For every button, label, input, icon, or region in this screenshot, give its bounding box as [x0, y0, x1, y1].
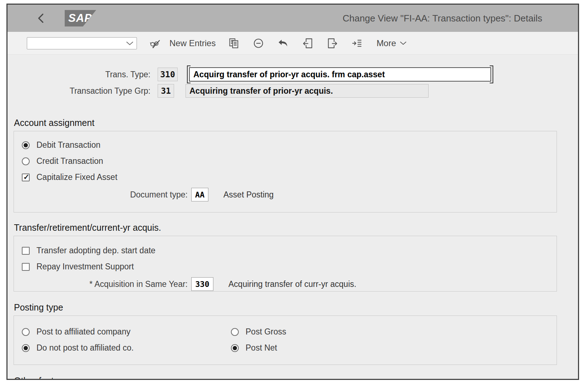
document-type-label: Document type:	[14, 190, 191, 200]
transfer-adopt-dep-option: Transfer adopting dep. start date	[14, 243, 557, 259]
minus-circle-icon	[253, 38, 264, 49]
capitalize-fixed-asset-label: Capitalize Fixed Asset	[36, 172, 117, 182]
chevron-down-icon[interactable]	[126, 41, 134, 46]
post-gross-label: Post Gross	[246, 327, 286, 337]
post-net-radio[interactable]	[231, 344, 239, 352]
debit-transaction-label: Debit Transaction	[36, 140, 100, 150]
posting-type-title: Posting type	[14, 302, 578, 313]
trans-type-row: Trans. Type: 310	[14, 66, 578, 83]
chevron-left-icon	[36, 12, 47, 24]
do-not-post-affiliated-label: Do not post to affiliated co.	[36, 343, 134, 353]
posting-type-row-1: Post to affiliated company Post Gross	[14, 324, 557, 340]
toolbar: New Entries	[8, 32, 578, 55]
credit-transaction-label: Credit Transaction	[36, 156, 103, 166]
post-net-option: Post Net	[231, 343, 277, 353]
trans-type-grp-code: 31	[158, 84, 174, 98]
choose-button[interactable]	[351, 37, 364, 50]
detail-form: Trans. Type: 310 Transaction Type Grp: 3…	[8, 55, 578, 380]
document-arrow-left-icon	[302, 38, 313, 49]
document-type-input[interactable]	[191, 188, 208, 201]
posting-type-box: Post to affiliated company Post Gross Do…	[14, 316, 557, 365]
transfer-section-box: Transfer adopting dep. start date Repay …	[14, 236, 557, 292]
account-assignment-title: Account assignment	[14, 118, 578, 128]
post-gross-option: Post Gross	[231, 327, 286, 337]
page-title: Change View "FI-AA: Transaction types": …	[343, 13, 542, 24]
acquisition-same-year-input[interactable]	[191, 277, 213, 291]
trans-type-grp-description: Acquiring transfer of prior-yr acquis.	[186, 84, 429, 98]
command-input[interactable]	[30, 38, 126, 49]
command-combobox[interactable]	[27, 37, 137, 49]
trans-type-grp-label: Transaction Type Grp:	[14, 86, 155, 96]
document-arrow-right-icon	[327, 38, 338, 49]
more-button-label: More	[376, 38, 396, 48]
transfer-section-title: Transfer/retirement/current-yr acquis.	[14, 223, 578, 233]
trans-type-code: 310	[158, 68, 178, 81]
glasses-pencil-icon	[149, 38, 161, 49]
sap-logo-text: SAP	[68, 12, 92, 25]
post-affiliated-option: Post to affiliated company	[22, 327, 231, 337]
titlebar: SAP Change View "FI-AA: Transaction type…	[8, 5, 578, 32]
chevron-down-icon	[400, 41, 407, 45]
trans-type-description-input[interactable]	[189, 67, 491, 82]
debit-transaction-option: Debit Transaction	[14, 137, 557, 153]
previous-entry-button[interactable]	[301, 37, 314, 50]
display-change-button[interactable]	[149, 37, 162, 50]
more-button[interactable]: More	[376, 38, 407, 48]
trans-type-label: Trans. Type:	[14, 70, 155, 79]
trans-type-description-focus-frame	[189, 67, 491, 82]
sap-logo: SAP	[65, 10, 96, 26]
do-not-post-affiliated-radio[interactable]	[22, 344, 30, 352]
post-net-label: Post Net	[246, 343, 277, 353]
credit-transaction-radio[interactable]	[22, 157, 30, 165]
transfer-adopt-dep-checkbox[interactable]	[22, 247, 30, 255]
repay-investment-label: Repay Investment Support	[36, 262, 134, 272]
capitalize-fixed-asset-checkbox[interactable]	[22, 174, 30, 181]
acquisition-same-year-label: * Acquisition in Same Year:	[14, 279, 191, 289]
copy-button[interactable]	[227, 37, 240, 50]
arrow-to-list-icon	[351, 38, 363, 49]
undo-button[interactable]	[277, 37, 290, 50]
copy-documents-icon	[228, 38, 239, 49]
new-entries-button[interactable]: New Entries	[169, 38, 216, 48]
back-button[interactable]	[35, 12, 48, 25]
credit-transaction-option: Credit Transaction	[14, 153, 557, 169]
transfer-adopt-dep-label: Transfer adopting dep. start date	[36, 246, 155, 255]
acquisition-same-year-row: * Acquisition in Same Year: Acquiring tr…	[14, 275, 557, 293]
post-affiliated-radio[interactable]	[22, 328, 30, 336]
document-type-row: Document type: Asset Posting	[14, 185, 557, 204]
post-affiliated-label: Post to affiliated company	[36, 327, 130, 337]
acquisition-same-year-description: Acquiring transfer of curr-yr acquis.	[228, 279, 356, 289]
repay-investment-option: Repay Investment Support	[14, 259, 557, 275]
delete-button[interactable]	[252, 37, 265, 50]
post-gross-radio[interactable]	[231, 328, 239, 336]
posting-type-row-2: Do not post to affiliated co. Post Net	[14, 340, 557, 356]
next-entry-button[interactable]	[326, 37, 339, 50]
trans-type-grp-row: Transaction Type Grp: 31 Acquiring trans…	[14, 83, 578, 99]
document-type-description: Asset Posting	[223, 190, 274, 200]
capitalize-fixed-asset-option: Capitalize Fixed Asset	[14, 169, 557, 185]
undo-arrow-icon	[277, 38, 289, 49]
sap-window: SAP Change View "FI-AA: Transaction type…	[6, 4, 579, 380]
other-features-title: Other features	[14, 376, 578, 380]
account-assignment-box: Debit Transaction Credit Transaction Cap…	[14, 131, 557, 212]
repay-investment-checkbox[interactable]	[22, 263, 30, 271]
debit-transaction-radio[interactable]	[22, 141, 30, 149]
do-not-post-affiliated-option: Do not post to affiliated co.	[22, 343, 231, 353]
